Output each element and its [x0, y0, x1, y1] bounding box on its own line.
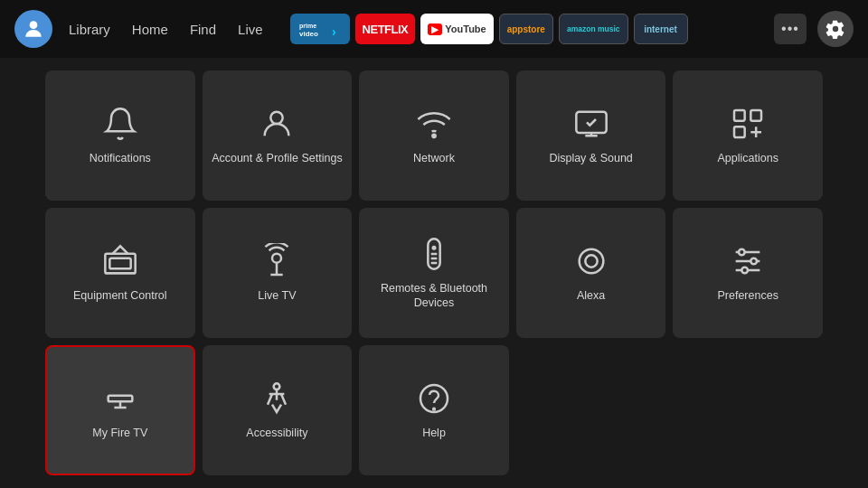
svg-point-19 [585, 255, 597, 267]
app-youtube[interactable]: ▶ YouTube [420, 14, 493, 44]
tile-applications-label: Applications [717, 151, 778, 165]
tile-accessibility-label: Accessibility [246, 426, 307, 440]
apps-icon [730, 106, 766, 142]
tile-equipment-label: Equipment Control [73, 288, 167, 303]
top-nav: Library Home Find Live prime video › NET… [0, 0, 868, 58]
tile-account-label: Account & Profile Settings [212, 151, 343, 165]
tile-notifications-label: Notifications [90, 151, 151, 165]
svg-point-4 [271, 112, 283, 124]
accessibility-icon [259, 380, 295, 417]
more-button[interactable]: ••• [774, 14, 807, 44]
nav-library[interactable]: Library [69, 18, 110, 41]
tile-alexa[interactable]: Alexa [516, 208, 666, 338]
svg-point-25 [742, 267, 749, 274]
nav-find[interactable]: Find [190, 18, 216, 41]
svg-point-14 [431, 246, 436, 250]
svg-point-29 [274, 383, 280, 389]
tile-account-profile[interactable]: Account & Profile Settings [203, 70, 353, 201]
tile-network[interactable]: Network [359, 70, 509, 201]
svg-point-12 [272, 254, 281, 263]
tile-my-fire-tv[interactable]: My Fire TV [45, 345, 195, 475]
empty-cell-2 [673, 345, 823, 475]
tile-live-tv[interactable]: Live TV [203, 208, 353, 338]
app-amazonmusic[interactable]: amazon music [559, 14, 628, 44]
tile-applications[interactable]: Applications [673, 70, 823, 201]
settings-button[interactable] [817, 11, 854, 47]
app-internet[interactable]: internet [634, 14, 688, 44]
app-primevideo[interactable]: prime video › [290, 14, 350, 44]
empty-cell-1 [516, 345, 666, 475]
tile-display-sound[interactable]: Display & Sound [516, 70, 666, 201]
tile-notifications[interactable]: Notifications [45, 70, 195, 201]
tile-preferences[interactable]: Preferences [673, 208, 823, 338]
bell-icon [102, 106, 138, 142]
wifi-icon [416, 106, 452, 142]
svg-rect-7 [734, 110, 745, 121]
tile-preferences-label: Preferences [717, 288, 778, 303]
tile-help-label: Help [422, 426, 446, 440]
svg-text:video: video [299, 30, 318, 38]
svg-text:›: › [332, 24, 336, 39]
svg-point-0 [30, 21, 38, 29]
remote-icon [416, 236, 452, 272]
app-netflix[interactable]: NETFLIX [355, 14, 416, 44]
sliders-icon [730, 243, 766, 279]
svg-point-32 [433, 408, 435, 410]
person-icon [259, 106, 295, 142]
avatar[interactable] [14, 10, 52, 48]
tile-help[interactable]: Help [359, 345, 509, 475]
tile-alexa-label: Alexa [577, 288, 605, 303]
nav-live[interactable]: Live [238, 18, 263, 41]
help-icon [416, 380, 452, 417]
tv-icon [102, 243, 138, 279]
display-icon [573, 106, 609, 142]
tile-display-label: Display & Sound [549, 151, 632, 165]
firetv-icon [102, 380, 138, 417]
nav-home[interactable]: Home [132, 18, 168, 41]
tile-myfiretv-label: My Fire TV [92, 426, 147, 440]
svg-rect-11 [109, 258, 130, 269]
alexa-icon [573, 243, 609, 279]
settings-grid: Notifications Account & Profile Settings… [0, 58, 868, 488]
tile-network-label: Network [413, 151, 455, 165]
tile-remotes-label: Remotes & Bluetooth Devices [368, 281, 500, 311]
svg-point-24 [751, 258, 758, 265]
svg-rect-8 [751, 110, 762, 121]
app-appstore[interactable]: appstore [499, 14, 553, 44]
svg-point-18 [579, 249, 603, 274]
antenna-icon [259, 243, 295, 279]
svg-point-5 [432, 135, 435, 137]
svg-point-23 [739, 249, 745, 256]
tile-livetv-label: Live TV [258, 288, 296, 303]
svg-rect-9 [734, 127, 745, 137]
tile-equipment-control[interactable]: Equipment Control [45, 208, 195, 338]
nav-links: Library Home Find Live [69, 18, 263, 41]
tile-remotes-bluetooth[interactable]: Remotes & Bluetooth Devices [359, 208, 509, 338]
app-icons-bar: prime video › NETFLIX ▶ YouTube appstore… [290, 14, 688, 44]
tile-accessibility[interactable]: Accessibility [203, 345, 353, 475]
svg-text:prime: prime [299, 23, 316, 30]
svg-rect-26 [108, 396, 132, 402]
